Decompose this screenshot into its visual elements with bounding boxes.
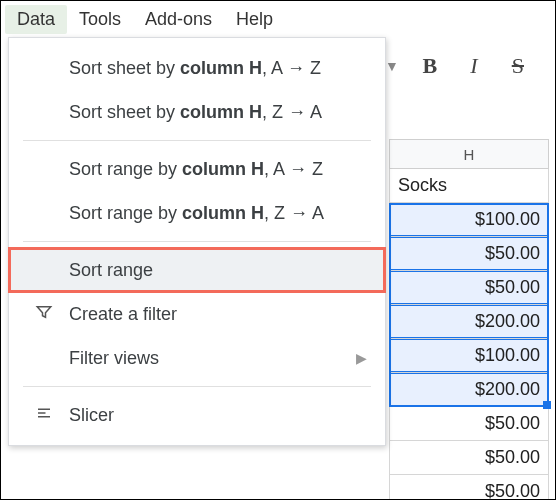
submenu-arrow-icon: ▶	[356, 350, 367, 366]
cell[interactable]: $100.00	[389, 203, 549, 237]
spreadsheet-column: H Socks $100.00 $50.00 $50.00 $200.00 $1…	[389, 139, 549, 500]
format-toolbar: ▼ B I S	[385, 53, 531, 79]
cell[interactable]: $50.00	[389, 407, 549, 441]
funnel-icon	[33, 303, 55, 326]
cell[interactable]: $50.00	[389, 237, 549, 271]
menu-sort-range[interactable]: Sort range	[9, 248, 385, 292]
label: Slicer	[69, 405, 114, 426]
menu-sort-sheet-za[interactable]: Sort sheet by column H, Z → A	[9, 90, 385, 134]
menu-bar: Data Tools Add-ons Help	[1, 1, 555, 35]
dropdown-arrow-icon[interactable]: ▼	[385, 58, 399, 74]
menu-addons[interactable]: Add-ons	[133, 5, 224, 34]
data-menu-dropdown: Sort sheet by column H, A → Z Sort sheet…	[8, 37, 386, 446]
cell[interactable]: $200.00	[389, 305, 549, 339]
menu-slicer[interactable]: Slicer	[9, 393, 385, 437]
bold-button[interactable]: B	[417, 53, 443, 79]
label: Sort sheet by column H, A → Z	[69, 58, 321, 79]
cell[interactable]: $200.00	[389, 373, 549, 407]
cell[interactable]: $100.00	[389, 339, 549, 373]
label: Sort sheet by column H, Z → A	[69, 102, 322, 123]
label: Sort range by column H, A → Z	[69, 159, 323, 180]
menu-sort-range-za[interactable]: Sort range by column H, Z → A	[9, 191, 385, 235]
menu-help[interactable]: Help	[224, 5, 285, 34]
menu-sort-sheet-az[interactable]: Sort sheet by column H, A → Z	[9, 46, 385, 90]
column-header-h[interactable]: H	[389, 139, 549, 169]
label: Filter views	[69, 348, 159, 369]
menu-filter-views[interactable]: Filter views ▶	[9, 336, 385, 380]
italic-button[interactable]: I	[461, 53, 487, 79]
cell[interactable]: $50.00	[389, 441, 549, 475]
cell-header[interactable]: Socks	[389, 169, 549, 203]
menu-create-filter[interactable]: Create a filter	[9, 292, 385, 336]
menu-sort-range-az[interactable]: Sort range by column H, A → Z	[9, 147, 385, 191]
separator	[23, 386, 371, 387]
menu-data[interactable]: Data	[5, 5, 67, 34]
separator	[23, 140, 371, 141]
menu-tools[interactable]: Tools	[67, 5, 133, 34]
cell[interactable]: $50.00	[389, 271, 549, 305]
slicer-icon	[33, 404, 55, 427]
separator	[23, 241, 371, 242]
label: Create a filter	[69, 304, 177, 325]
label: Sort range	[69, 260, 153, 281]
cell[interactable]: $50.00	[389, 475, 549, 500]
strikethrough-button[interactable]: S	[505, 53, 531, 79]
label: Sort range by column H, Z → A	[69, 203, 324, 224]
